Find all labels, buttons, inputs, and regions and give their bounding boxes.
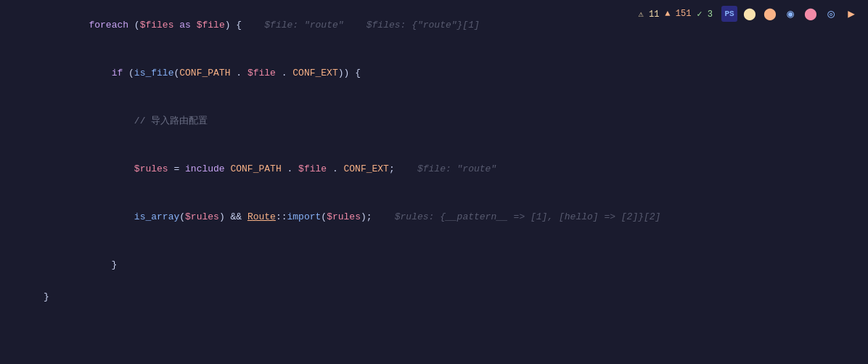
error-badge: ▲ 151 [665,9,691,19]
edge-icon[interactable]: ◎ [823,6,839,22]
warning-badge: ⚠ 11 [639,9,660,20]
code-area: foreach ($files as $file) { $file: "rout… [0,0,868,364]
code-line: // 导入路由配置 [0,97,868,145]
editor-container: ⚠ 11 ▲ 151 ✓ 3 PS ⬤ ⬤ ◉ ⬤ ◎ ▶ foreach ($… [0,0,868,364]
code-line: if (is_file(CONF_PATH . $file . CONF_EXT… [0,49,868,97]
code-line [0,321,868,337]
safari-icon[interactable]: ◉ [782,6,798,22]
code-line: // 路由检测（根据路由定义返回不同的URL调度） [0,353,868,364]
toolbar-icons: PS ⬤ ⬤ ◉ ⬤ ◎ ▶ [721,6,859,22]
code-line: } [0,241,868,289]
code-line: is_array($rules) && Route::import($rules… [0,193,868,241]
top-bar: ⚠ 11 ▲ 151 ✓ 3 PS ⬤ ⬤ ◉ ⬤ ◎ ▶ [630,0,868,28]
chrome-icon[interactable]: ⬤ [742,6,758,22]
opera-icon[interactable]: ⬤ [803,6,819,22]
badges-area: ⚠ 11 ▲ 151 ✓ 3 [639,9,713,20]
firefox-icon[interactable]: ⬤ [762,6,778,22]
code-line [0,337,868,353]
code-line: $rules = include CONF_PATH . $file . CON… [0,145,868,193]
brave-icon[interactable]: ▶ [843,6,859,22]
code-line: } [0,289,868,321]
phpstorm-icon[interactable]: PS [721,6,737,22]
ok-badge: ✓ 3 [697,9,713,20]
